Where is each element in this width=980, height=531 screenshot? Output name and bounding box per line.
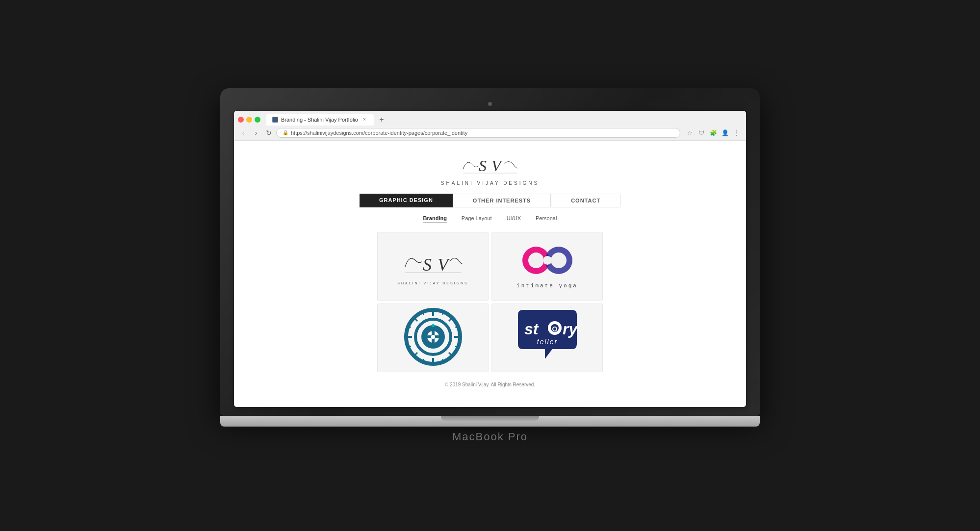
menu-icon[interactable]: ⋮ xyxy=(731,127,742,138)
refresh-button[interactable]: ↻ xyxy=(263,127,274,138)
yoga-logo-content: intimate yoga xyxy=(508,239,587,294)
yoga-infinity-svg xyxy=(513,244,582,278)
nav-graphic-design[interactable]: GRAPHIC DESIGN xyxy=(360,194,453,207)
svg-text:S: S xyxy=(479,157,487,175)
macbook-model-label: MacBook Pro xyxy=(220,430,760,443)
svg-point-10 xyxy=(551,253,567,268)
tab-title: Branding - Shalini Vijay Portfolio xyxy=(281,117,358,123)
sub-navigation: Branding Page Layout UI/UX Personal xyxy=(244,215,736,223)
close-button[interactable] xyxy=(238,117,244,123)
storyteller-logo-content: st O ry teller xyxy=(511,307,584,368)
svg-point-25 xyxy=(431,335,435,339)
bookmark-icon[interactable]: ☆ xyxy=(684,127,695,138)
subnav-uiux[interactable]: UI/UX xyxy=(507,215,521,223)
svg-text:V: V xyxy=(438,255,450,275)
forward-button[interactable]: › xyxy=(251,127,261,138)
macbook-base xyxy=(220,416,760,427)
window-controls xyxy=(238,117,260,123)
target-logo-content xyxy=(401,305,465,371)
sv-logo-content: S V SHALINI VIJAY DESIGNS xyxy=(392,242,473,290)
extensions-icon[interactable]: 🧩 xyxy=(708,127,719,138)
site-logo-area: S V SHALINI VIJAY DESIGNS xyxy=(244,151,736,186)
tab-close-icon[interactable]: × xyxy=(361,116,368,123)
minimize-button[interactable] xyxy=(246,117,252,123)
svg-point-9 xyxy=(528,253,544,268)
url-text: https://shalinivijaydesigns.com/corporat… xyxy=(291,130,467,136)
browser-toolbar: ☆ 🛡 🧩 👤 ⋮ xyxy=(684,127,742,138)
tab-favicon xyxy=(272,117,278,123)
subnav-branding[interactable]: Branding xyxy=(423,215,447,223)
sv-brand-text: SHALINI VIJAY DESIGNS xyxy=(397,281,468,285)
tab-bar: Branding - Shalini Vijay Portfolio × + xyxy=(234,111,746,126)
shield-icon[interactable]: 🛡 xyxy=(696,127,707,138)
page-content: S V SHALINI VIJAY DESIGNS GRAPHIC DESIGN xyxy=(234,141,746,407)
storyteller-svg: st O ry teller xyxy=(511,307,584,366)
address-bar: ‹ › ↻ 🔒 https://shalinivijaydesigns.com/… xyxy=(234,126,746,140)
subnav-page-layout[interactable]: Page Layout xyxy=(462,215,492,223)
target-logo-svg xyxy=(401,305,465,369)
portfolio-item-sv-logo[interactable]: S V SHALINI VIJAY DESIGNS xyxy=(377,232,489,301)
site-brand-name: SHALINI VIJAY DESIGNS xyxy=(244,180,736,186)
yoga-brand-text: intimate yoga xyxy=(513,283,582,289)
portfolio-item-target[interactable] xyxy=(377,303,489,372)
main-navigation: GRAPHIC DESIGN OTHER INTERESTS CONTACT xyxy=(244,194,736,207)
portfolio-item-storyteller[interactable]: st O ry teller xyxy=(491,303,603,372)
portfolio-item-yoga[interactable]: intimate yoga xyxy=(491,232,603,301)
sv-logo-svg: S V xyxy=(401,247,465,278)
camera xyxy=(488,102,492,106)
new-tab-button[interactable]: + xyxy=(376,114,387,126)
nav-other-interests[interactable]: OTHER INTERESTS xyxy=(453,194,551,207)
maximize-button[interactable] xyxy=(255,117,260,123)
svg-text:V: V xyxy=(491,157,503,175)
back-button[interactable]: ‹ xyxy=(238,127,249,138)
svg-rect-0 xyxy=(273,117,278,122)
svg-text:ry: ry xyxy=(563,320,578,338)
screen-bezel: Branding - Shalini Vijay Portfolio × + ‹… xyxy=(220,88,760,416)
nav-contact[interactable]: CONTACT xyxy=(551,194,620,207)
subnav-personal[interactable]: Personal xyxy=(536,215,557,223)
page-footer: © 2019 Shalini Vijay. All Rights Reserve… xyxy=(244,372,736,397)
profile-icon[interactable]: 👤 xyxy=(720,127,730,138)
lock-icon: 🔒 xyxy=(283,130,288,135)
active-tab[interactable]: Branding - Shalini Vijay Portfolio × xyxy=(266,114,374,126)
macbook-hinge xyxy=(441,416,539,421)
svg-text:st: st xyxy=(524,320,539,338)
browser-window: Branding - Shalini Vijay Portfolio × + ‹… xyxy=(234,111,746,407)
portfolio-grid: S V SHALINI VIJAY DESIGNS xyxy=(377,232,603,372)
url-bar[interactable]: 🔒 https://shalinivijaydesigns.com/corpor… xyxy=(276,128,680,138)
svg-text:S: S xyxy=(423,255,432,275)
macbook-frame: Branding - Shalini Vijay Portfolio × + ‹… xyxy=(220,88,760,443)
svg-text:O: O xyxy=(552,325,557,333)
svg-point-26 xyxy=(432,324,435,327)
site-logo-svg: S V xyxy=(458,151,522,177)
copyright-text: © 2019 Shalini Vijay. All Rights Reserve… xyxy=(445,382,535,387)
browser-chrome: Branding - Shalini Vijay Portfolio × + ‹… xyxy=(234,111,746,141)
svg-text:teller: teller xyxy=(537,338,557,346)
